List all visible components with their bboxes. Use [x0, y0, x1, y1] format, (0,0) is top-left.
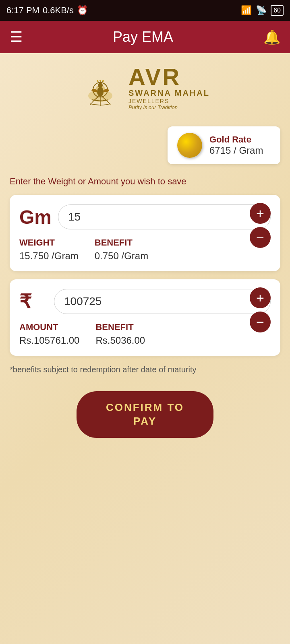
amount-value: Rs.105761.00 [19, 335, 79, 346]
amount-input-row: ₹ [19, 289, 271, 314]
amount-detail: AMOUNT Rs.105761.00 [19, 322, 79, 346]
main-content: AVR SWARNA MAHAL JEWELLERS Purity is our… [0, 53, 290, 644]
weight-benefit-label: BENEFIT [95, 237, 148, 248]
amount-details-row: AMOUNT Rs.105761.00 BENEFIT Rs.5036.00 [19, 322, 271, 346]
gold-rate-value: 6715 / Gram [209, 145, 263, 156]
gold-coin-icon [177, 133, 202, 158]
alarm-icon: ⏰ [77, 5, 88, 16]
brand-tagline: Purity is our Tradition [128, 104, 210, 110]
amount-stepper: + − [250, 287, 271, 332]
weight-input-row: Gm [19, 204, 271, 229]
amount-benefit-label: BENEFIT [95, 322, 145, 332]
svg-point-8 [97, 80, 98, 82]
instruction-text: Enter the Weight or Amount you wish to s… [10, 176, 280, 187]
amount-benefit-detail: BENEFIT Rs.5036.00 [95, 322, 145, 346]
brand-line2: JEWELLERS [128, 98, 210, 104]
svg-point-10 [102, 80, 104, 82]
weight-increment-button[interactable]: + [250, 203, 271, 224]
svg-point-3 [97, 87, 104, 97]
brand-name: AVR [128, 65, 210, 89]
gram-label: Gm [19, 206, 52, 228]
battery-indicator: 60 [271, 5, 284, 16]
gold-rate-card: Gold Rate 6715 / Gram [168, 126, 280, 164]
gold-rate-container: Gold Rate 6715 / Gram [10, 126, 280, 164]
gold-rate-label: Gold Rate [209, 134, 263, 145]
disclaimer-text: *benefits subject to redemption after da… [10, 364, 280, 375]
logo-section: AVR SWARNA MAHAL JEWELLERS Purity is our… [10, 65, 280, 110]
amount-benefit-value: Rs.5036.00 [95, 335, 145, 346]
svg-point-6 [99, 80, 101, 81]
weight-decrement-button[interactable]: − [250, 227, 271, 248]
weight-value: 15.750 /Gram [19, 250, 79, 262]
weight-input-card: Gm + − WEIGHT 15.750 /Gram BENEFIT 0.750… [10, 195, 280, 271]
logo-text-block: AVR SWARNA MAHAL JEWELLERS Purity is our… [128, 65, 210, 110]
signal-icon: 📶 [241, 5, 252, 16]
weight-stepper: + − [250, 203, 271, 248]
page-title: Pay EMA [113, 29, 173, 45]
network-speed: 0.6KB/s [43, 5, 74, 16]
amount-input[interactable] [54, 289, 271, 314]
svg-point-4 [98, 83, 103, 88]
app-header: ☰ Pay EMA 🔔 [0, 21, 290, 53]
amount-decrement-button[interactable]: − [250, 312, 271, 332]
rupee-label: ₹ [19, 290, 48, 313]
menu-button[interactable]: ☰ [10, 29, 23, 45]
weight-detail: WEIGHT 15.750 /Gram [19, 237, 79, 262]
amount-input-card: ₹ + − AMOUNT Rs.105761.00 BENEFIT Rs.503… [10, 279, 280, 356]
notification-bell-icon[interactable]: 🔔 [263, 29, 280, 45]
weight-label: WEIGHT [19, 237, 79, 248]
avr-logo-emblem [80, 68, 120, 108]
weight-input[interactable] [58, 204, 271, 229]
brand-line1: SWARNA MAHAL [128, 89, 210, 98]
confirm-btn-container: CONFIRM TOPAY [10, 391, 280, 438]
weight-benefit-detail: BENEFIT 0.750 /Gram [95, 237, 148, 262]
wifi-icon: 📡 [256, 5, 267, 16]
amount-increment-button[interactable]: + [250, 287, 271, 308]
gold-rate-text: Gold Rate 6715 / Gram [209, 134, 263, 156]
status-left: 6:17 PM 0.6KB/s ⏰ [6, 5, 88, 16]
status-bar: 6:17 PM 0.6KB/s ⏰ 📶 📡 60 [0, 0, 290, 21]
time-display: 6:17 PM [6, 5, 39, 16]
confirm-to-pay-button[interactable]: CONFIRM TOPAY [77, 391, 213, 438]
weight-benefit-value: 0.750 /Gram [95, 250, 148, 262]
status-right: 📶 📡 60 [241, 5, 284, 16]
weight-details-row: WEIGHT 15.750 /Gram BENEFIT 0.750 /Gram [19, 237, 271, 262]
amount-label: AMOUNT [19, 322, 79, 332]
